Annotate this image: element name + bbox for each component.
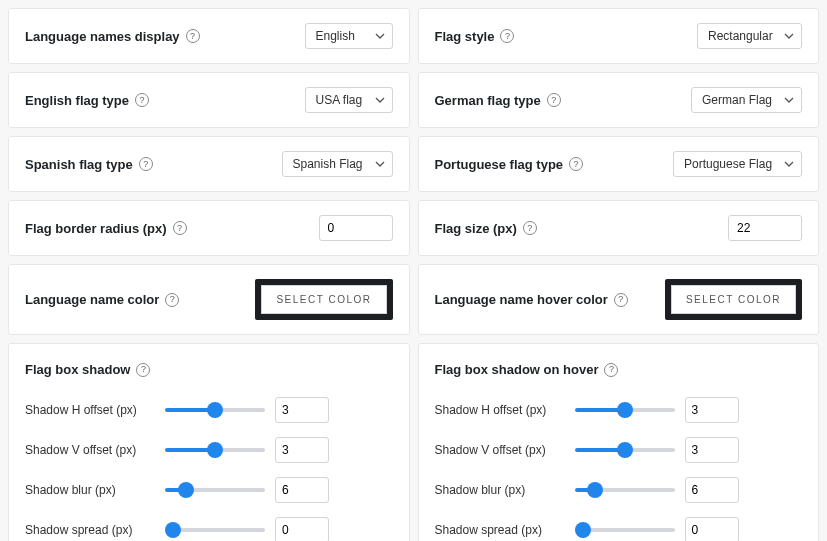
label-text: German flag type xyxy=(435,93,541,108)
label-text: Flag size (px) xyxy=(435,221,517,236)
portuguese-flag-type-card: Portuguese flag type ? Portuguese Flag xyxy=(418,136,820,192)
german-flag-type-label: German flag type ? xyxy=(435,93,561,108)
shadow-spread-slider[interactable] xyxy=(165,528,265,532)
language-name-color-card: Language name color ? SELECT COLOR xyxy=(8,264,410,335)
row-label: Shadow spread (px) xyxy=(25,523,155,537)
flag-border-radius-card: Flag border radius (px) ? xyxy=(8,200,410,256)
select-color-button[interactable]: SELECT COLOR xyxy=(671,285,796,314)
flag-size-card: Flag size (px) ? xyxy=(418,200,820,256)
shadow-h-offset-row: Shadow H offset (px) xyxy=(25,397,393,423)
help-icon[interactable]: ? xyxy=(135,93,149,107)
spanish-flag-type-dropdown[interactable]: Spanish Flag xyxy=(282,151,393,177)
row-label: Shadow V offset (px) xyxy=(25,443,155,457)
english-flag-type-card: English flag type ? USA flag xyxy=(8,72,410,128)
row-label: Shadow spread (px) xyxy=(435,523,565,537)
shadow-blur-slider[interactable] xyxy=(575,488,675,492)
german-flag-type-dropdown[interactable]: German Flag xyxy=(691,87,802,113)
help-icon[interactable]: ? xyxy=(614,293,628,307)
help-icon[interactable]: ? xyxy=(173,221,187,235)
portuguese-flag-type-label: Portuguese flag type ? xyxy=(435,157,584,172)
spanish-flag-type-select[interactable]: Spanish Flag xyxy=(282,151,393,177)
help-icon[interactable]: ? xyxy=(500,29,514,43)
row-label: Shadow blur (px) xyxy=(435,483,565,497)
label-text: Language names display xyxy=(25,29,180,44)
title-text: Flag box shadow xyxy=(25,362,130,377)
shadow-v-offset-slider[interactable] xyxy=(165,448,265,452)
help-icon[interactable]: ? xyxy=(547,93,561,107)
color-swatch-wrap: SELECT COLOR xyxy=(665,279,802,320)
language-name-hover-color-label: Language name hover color ? xyxy=(435,292,628,307)
english-flag-type-select[interactable]: USA flag xyxy=(305,87,393,113)
shadow-h-offset-input[interactable] xyxy=(275,397,329,423)
label-text: Flag border radius (px) xyxy=(25,221,167,236)
label-text: Portuguese flag type xyxy=(435,157,564,172)
spanish-flag-type-card: Spanish flag type ? Spanish Flag xyxy=(8,136,410,192)
row-label: Shadow blur (px) xyxy=(25,483,155,497)
help-icon[interactable]: ? xyxy=(139,157,153,171)
language-name-color-label: Language name color ? xyxy=(25,292,179,307)
select-color-button[interactable]: SELECT COLOR xyxy=(261,285,386,314)
flag-style-select[interactable]: Rectangular xyxy=(697,23,802,49)
help-icon[interactable]: ? xyxy=(186,29,200,43)
shadow-blur-row: Shadow blur (px) xyxy=(435,477,803,503)
flag-size-label: Flag size (px) ? xyxy=(435,221,537,236)
label-text: Language name color xyxy=(25,292,159,307)
flag-style-card: Flag style ? Rectangular xyxy=(418,8,820,64)
language-names-display-dropdown[interactable]: English xyxy=(305,23,393,49)
shadow-blur-input[interactable] xyxy=(275,477,329,503)
spanish-flag-type-label: Spanish flag type ? xyxy=(25,157,153,172)
flag-size-input[interactable] xyxy=(728,215,802,241)
help-icon[interactable]: ? xyxy=(136,363,150,377)
flag-box-shadow-title: Flag box shadow ? xyxy=(25,362,393,377)
shadow-h-offset-input[interactable] xyxy=(685,397,739,423)
help-icon[interactable]: ? xyxy=(569,157,583,171)
row-label: Shadow H offset (px) xyxy=(435,403,565,417)
flag-style-dropdown[interactable]: Rectangular xyxy=(697,23,802,49)
flag-box-shadow-panel: Flag box shadow ? Shadow H offset (px) S… xyxy=(8,343,410,541)
flag-border-radius-label: Flag border radius (px) ? xyxy=(25,221,187,236)
shadow-v-offset-input[interactable] xyxy=(685,437,739,463)
german-flag-type-select[interactable]: German Flag xyxy=(691,87,802,113)
german-flag-type-card: German flag type ? German Flag xyxy=(418,72,820,128)
english-flag-type-dropdown[interactable]: USA flag xyxy=(305,87,393,113)
help-icon[interactable]: ? xyxy=(165,293,179,307)
label-text: Flag style xyxy=(435,29,495,44)
portuguese-flag-type-select[interactable]: Portuguese Flag xyxy=(673,151,802,177)
row-label: Shadow H offset (px) xyxy=(25,403,155,417)
flag-box-shadow-hover-panel: Flag box shadow on hover ? Shadow H offs… xyxy=(418,343,820,541)
shadow-spread-input[interactable] xyxy=(275,517,329,541)
language-names-display-select[interactable]: English xyxy=(305,23,393,49)
shadow-h-offset-row: Shadow H offset (px) xyxy=(435,397,803,423)
help-icon[interactable]: ? xyxy=(604,363,618,377)
label-text: English flag type xyxy=(25,93,129,108)
language-name-hover-color-card: Language name hover color ? SELECT COLOR xyxy=(418,264,820,335)
flag-box-shadow-hover-title: Flag box shadow on hover ? xyxy=(435,362,803,377)
shadow-blur-input[interactable] xyxy=(685,477,739,503)
label-text: Language name hover color xyxy=(435,292,608,307)
shadow-spread-row: Shadow spread (px) xyxy=(25,517,393,541)
shadow-h-offset-slider[interactable] xyxy=(575,408,675,412)
shadow-v-offset-input[interactable] xyxy=(275,437,329,463)
shadow-v-offset-slider[interactable] xyxy=(575,448,675,452)
shadow-blur-slider[interactable] xyxy=(165,488,265,492)
label-text: Spanish flag type xyxy=(25,157,133,172)
language-names-display-card: Language names display ? English xyxy=(8,8,410,64)
shadow-spread-row: Shadow spread (px) xyxy=(435,517,803,541)
row-label: Shadow V offset (px) xyxy=(435,443,565,457)
shadow-h-offset-slider[interactable] xyxy=(165,408,265,412)
shadow-blur-row: Shadow blur (px) xyxy=(25,477,393,503)
portuguese-flag-type-dropdown[interactable]: Portuguese Flag xyxy=(673,151,802,177)
color-swatch-wrap: SELECT COLOR xyxy=(255,279,392,320)
flag-border-radius-input[interactable] xyxy=(319,215,393,241)
help-icon[interactable]: ? xyxy=(523,221,537,235)
title-text: Flag box shadow on hover xyxy=(435,362,599,377)
language-names-display-label: Language names display ? xyxy=(25,29,200,44)
english-flag-type-label: English flag type ? xyxy=(25,93,149,108)
shadow-v-offset-row: Shadow V offset (px) xyxy=(25,437,393,463)
flag-style-label: Flag style ? xyxy=(435,29,515,44)
shadow-v-offset-row: Shadow V offset (px) xyxy=(435,437,803,463)
shadow-spread-input[interactable] xyxy=(685,517,739,541)
shadow-spread-slider[interactable] xyxy=(575,528,675,532)
